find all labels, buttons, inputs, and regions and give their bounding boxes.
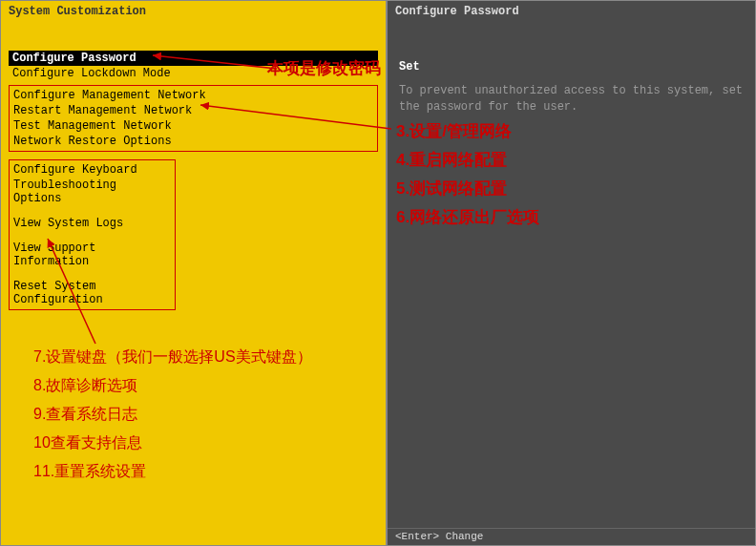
menu-view-system-logs[interactable]: View System Logs [10,216,175,231]
annotation-l7: 7.设置键盘（我们一般选择US美式键盘） [33,347,312,368]
annotation-l11: 11.重置系统设置 [33,462,146,482]
annotation-l10: 10查看支持信息 [33,433,142,453]
right-panel: Configure Password Set To prevent unauth… [387,0,756,546]
annotation-l9: 9.查看系统日志 [33,405,137,425]
menu-configure-mgmt-network[interactable]: Configure Management Network [10,88,377,103]
left-panel-title: System Customization [1,1,386,22]
right-panel-title: Configure Password [388,1,755,22]
menu-troubleshooting[interactable]: Troubleshooting Options [10,178,175,206]
right-body: Set To prevent unauthorized access to th… [388,51,755,125]
menu-configure-keyboard[interactable]: Configure Keyboard [10,162,175,178]
right-desc: To prevent unauthorized access to this s… [399,83,744,116]
annotation-top: 本项是修改密码 [267,57,381,79]
menu-test-mgmt-network[interactable]: Test Management Network [10,118,377,134]
menu-restart-mgmt-network[interactable]: Restart Management Network [10,103,377,118]
annotation-r4: 4.重启网络配置 [396,149,507,171]
annotation-r5: 5.测试网络配置 [396,178,507,200]
footer-hint: <Enter> Change [388,528,755,545]
right-heading: Set [399,60,744,74]
menu-reset-system-config[interactable]: Reset System Configuration [10,279,175,307]
annotation-l8: 8.故障诊断选项 [33,376,137,396]
menu-box-system: Configure Keyboard Troubleshooting Optio… [9,159,176,310]
annotation-r3: 3.设置/管理网络 [396,120,512,142]
left-menu: Configure Password Configure Lockdown Mo… [1,51,386,318]
annotation-r6: 6.网络还原出厂选项 [396,206,539,228]
menu-network-restore[interactable]: Network Restore Options [10,134,377,149]
menu-box-network: Configure Management Network Restart Man… [9,85,378,152]
menu-view-support-info[interactable]: View Support Information [10,241,175,269]
